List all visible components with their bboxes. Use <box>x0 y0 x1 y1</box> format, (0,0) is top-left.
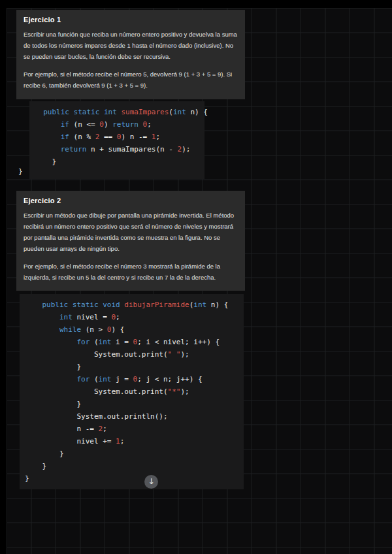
code-line: System.out.println(); <box>25 410 238 423</box>
exercise1-card[interactable]: Ejercicio 1 Escribir una función que rec… <box>16 10 245 99</box>
code-line: return n + sumaImpares(n - 2); <box>35 143 199 155</box>
code-line: public static void dibujarPiramide(int n… <box>25 299 238 311</box>
code-line: n -= 2; <box>25 423 238 435</box>
exercise1-paragraph-1: Escribir una función que reciba un númer… <box>24 29 238 62</box>
exercise2-card[interactable]: Ejercicio 2 Escribir un método que dibuj… <box>16 191 245 291</box>
code-line: } <box>25 398 238 410</box>
exercise1-paragraph-2: Por ejemplo, si el método recibe el núme… <box>24 69 238 91</box>
code-line: if (n % 2 == 0) n -= 1; <box>35 131 199 143</box>
exercise2-paragraph-2: Por ejemplo, si el método recibe el núme… <box>24 261 238 283</box>
code-line: } <box>25 460 238 472</box>
code-line: for (int j = 0; j < n; j++) { <box>25 373 238 385</box>
code1-closing-brace: } <box>18 165 23 178</box>
code-line: } <box>25 472 238 485</box>
code-line: } <box>25 448 238 460</box>
exercise1-title: Ejercicio 1 <box>24 16 238 24</box>
code-line: } <box>25 361 238 373</box>
note-canvas: Ejercicio 1 Escribir una función que rec… <box>0 0 392 554</box>
code-line: for (int i = 0; i < nivel; i++) { <box>25 336 238 348</box>
code-line: System.out.print(" "); <box>25 348 238 361</box>
code-block-1[interactable]: public static int sumaImpares(int n) {if… <box>29 101 204 179</box>
exercise2-paragraph-1: Escribir un método que dibuje por pantal… <box>24 210 238 254</box>
code-line: int nivel = 0; <box>25 311 238 323</box>
code-line: } <box>35 155 199 168</box>
code-line: nivel += 1; <box>25 435 238 448</box>
arrow-down-icon: ↓ <box>148 477 154 486</box>
code-line: if (n <= 0) return 0; <box>35 118 199 131</box>
exercise2-title: Ejercicio 2 <box>24 197 238 204</box>
code-line: System.out.print("*"); <box>25 385 238 398</box>
scroll-down-button[interactable]: ↓ <box>144 475 158 489</box>
code-line: public static int sumaImpares(int n) { <box>35 106 199 118</box>
code-line: while (n > 0) { <box>25 323 238 336</box>
code-block-2[interactable]: public static void dibujarPiramide(int n… <box>20 294 244 489</box>
